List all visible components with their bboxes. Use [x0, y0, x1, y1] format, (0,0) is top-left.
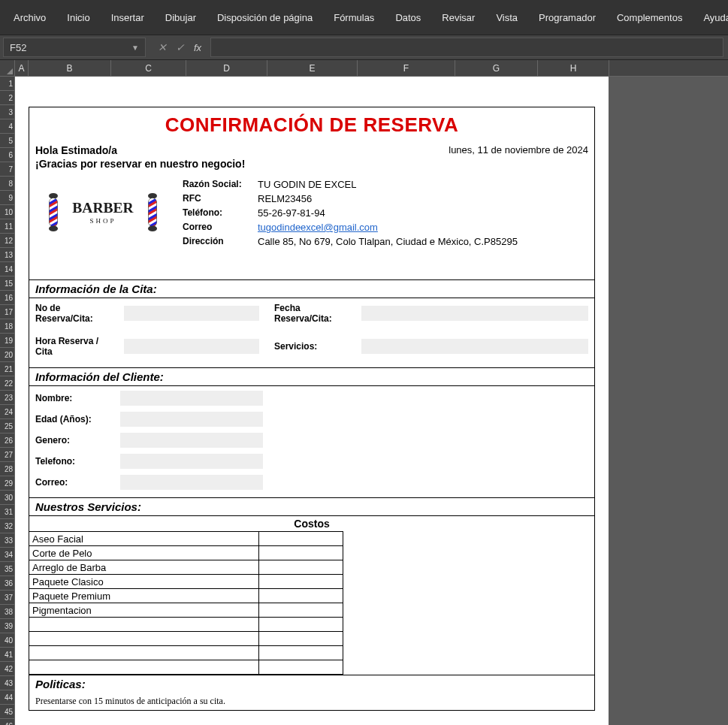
chevron-down-icon[interactable]: ▼ [131, 44, 139, 52]
servicio-cell[interactable]: Aseo Facial [29, 532, 258, 546]
row-header-23[interactable]: 23 [0, 391, 15, 405]
servicio-cell[interactable] [29, 646, 258, 660]
sheet-area[interactable]: CONFIRMACIÓN DE RESERVA Hola Estimado/a … [15, 77, 728, 725]
hora-reserva-input[interactable] [124, 339, 259, 354]
row-header-3[interactable]: 3 [0, 105, 15, 119]
row-header-10[interactable]: 10 [0, 205, 15, 219]
column-header-G[interactable]: G [455, 60, 538, 76]
row-header-5[interactable]: 5 [0, 134, 15, 148]
edad-input[interactable] [120, 412, 263, 427]
servicio-cell[interactable]: Pigmentacion [29, 603, 258, 618]
ribbon-tab-revisar[interactable]: Revisar [431, 6, 485, 29]
row-header-26[interactable]: 26 [0, 433, 15, 448]
ribbon-tab-disposición-de-página[interactable]: Disposición de página [207, 6, 323, 29]
row-header-20[interactable]: 20 [0, 348, 15, 362]
ribbon-tab-archivo[interactable]: Archivo [3, 6, 56, 29]
servicio-cell[interactable] [29, 632, 258, 646]
servicios-input[interactable] [361, 339, 588, 354]
row-header-38[interactable]: 38 [0, 605, 15, 619]
cancel-icon[interactable]: ✕ [153, 41, 171, 53]
row-header-34[interactable]: 34 [0, 548, 15, 562]
fecha-reserva-input[interactable] [361, 306, 588, 321]
costo-cell[interactable] [258, 632, 343, 646]
row-header-29[interactable]: 29 [0, 476, 15, 491]
servicio-cell[interactable]: Paquete Premium [29, 589, 258, 603]
row-header-8[interactable]: 8 [0, 177, 15, 191]
row-header-42[interactable]: 42 [0, 662, 15, 676]
row-header-40[interactable]: 40 [0, 633, 15, 648]
row-header-33[interactable]: 33 [0, 533, 15, 548]
servicio-cell[interactable]: Corte de Pelo [29, 546, 258, 560]
row-header-21[interactable]: 21 [0, 362, 15, 376]
row-header-24[interactable]: 24 [0, 405, 15, 419]
column-header-D[interactable]: D [186, 60, 267, 76]
ribbon-tab-inicio[interactable]: Inicio [56, 6, 100, 29]
row-header-7[interactable]: 7 [0, 162, 15, 177]
row-header-14[interactable]: 14 [0, 262, 15, 276]
no-reserva-input[interactable] [124, 306, 259, 321]
row-header-6[interactable]: 6 [0, 148, 15, 162]
correo-link[interactable]: tugodindeexcel@gmail.com [258, 222, 378, 233]
row-header-39[interactable]: 39 [0, 619, 15, 633]
row-header-41[interactable]: 41 [0, 648, 15, 662]
row-header-15[interactable]: 15 [0, 276, 15, 291]
ribbon-tab-programador[interactable]: Programador [528, 6, 606, 29]
costo-cell[interactable] [258, 603, 343, 618]
column-header-B[interactable]: B [29, 60, 111, 76]
column-header-A[interactable]: A [15, 60, 29, 76]
costo-cell[interactable] [258, 575, 343, 589]
row-header-19[interactable]: 19 [0, 334, 15, 348]
formula-input[interactable] [210, 38, 723, 57]
costo-cell[interactable] [258, 618, 343, 632]
row-header-36[interactable]: 36 [0, 576, 15, 591]
costo-cell[interactable] [258, 560, 343, 575]
genero-input[interactable] [120, 433, 263, 448]
nombre-input[interactable] [120, 391, 263, 406]
costo-cell[interactable] [258, 532, 343, 546]
row-header-18[interactable]: 18 [0, 319, 15, 334]
row-header-9[interactable]: 9 [0, 191, 15, 205]
row-header-17[interactable]: 17 [0, 305, 15, 319]
costo-cell[interactable] [258, 646, 343, 660]
row-header-25[interactable]: 25 [0, 419, 15, 433]
ribbon-tab-complementos[interactable]: Complementos [606, 6, 693, 29]
column-header-F[interactable]: F [358, 60, 455, 76]
row-header-35[interactable]: 35 [0, 562, 15, 576]
row-header-44[interactable]: 44 [0, 690, 15, 705]
select-all-button[interactable] [0, 60, 15, 76]
row-header-1[interactable]: 1 [0, 77, 15, 91]
row-header-12[interactable]: 12 [0, 234, 15, 248]
row-header-30[interactable]: 30 [0, 491, 15, 505]
fx-icon[interactable]: fx [189, 42, 206, 53]
row-header-45[interactable]: 45 [0, 705, 15, 719]
row-header-4[interactable]: 4 [0, 119, 15, 134]
servicio-cell[interactable]: Paquete Clasico [29, 575, 258, 589]
row-header-28[interactable]: 28 [0, 462, 15, 476]
row-header-27[interactable]: 27 [0, 448, 15, 462]
servicio-cell[interactable]: Arreglo de Barba [29, 560, 258, 575]
ribbon-tab-ayuda[interactable]: Ayuda [693, 6, 728, 29]
costo-cell[interactable] [258, 660, 343, 675]
row-header-43[interactable]: 43 [0, 676, 15, 690]
column-header-E[interactable]: E [267, 60, 358, 76]
row-header-31[interactable]: 31 [0, 505, 15, 519]
row-header-32[interactable]: 32 [0, 519, 15, 533]
ribbon-tab-fórmulas[interactable]: Fórmulas [323, 6, 385, 29]
costo-cell[interactable] [258, 589, 343, 603]
costo-cell[interactable] [258, 546, 343, 560]
servicio-cell[interactable] [29, 660, 258, 675]
ribbon-tab-insertar[interactable]: Insertar [101, 6, 155, 29]
row-header-37[interactable]: 37 [0, 591, 15, 605]
ribbon-tab-vista[interactable]: Vista [485, 6, 528, 29]
row-header-16[interactable]: 16 [0, 291, 15, 305]
row-header-2[interactable]: 2 [0, 91, 15, 105]
name-box[interactable]: F52 ▼ [3, 38, 146, 57]
ribbon-tab-dibujar[interactable]: Dibujar [155, 6, 207, 29]
column-header-H[interactable]: H [538, 60, 609, 76]
row-header-46[interactable]: 46 [0, 719, 15, 725]
confirm-icon[interactable]: ✓ [171, 41, 189, 53]
ribbon-tab-datos[interactable]: Datos [385, 6, 431, 29]
row-header-11[interactable]: 11 [0, 219, 15, 234]
correo-cli-input[interactable] [120, 475, 263, 490]
row-header-13[interactable]: 13 [0, 248, 15, 262]
